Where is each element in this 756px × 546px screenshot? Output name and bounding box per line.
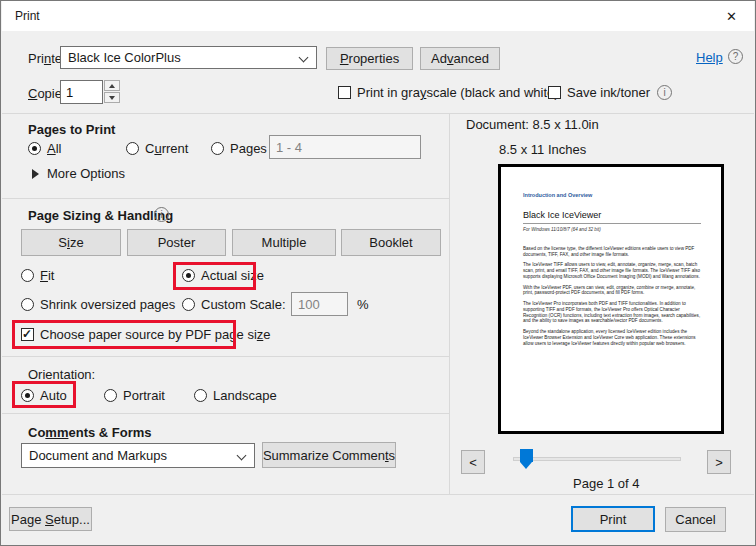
radio-shrink[interactable]	[21, 298, 34, 311]
radio-auto-label: Auto	[40, 388, 67, 403]
paper-size-label: 8.5 x 11 Inches	[499, 142, 586, 157]
radio-all-label: All	[47, 141, 61, 156]
doc-paragraph: The IceViewer Pro incorporates both PDF …	[523, 301, 701, 324]
radio-landscape[interactable]	[194, 389, 207, 402]
custom-scale-input[interactable]: 100	[291, 292, 348, 316]
paper-source-checkbox[interactable]	[21, 328, 34, 341]
grayscale-label: Print in grayscale (black and white)	[357, 85, 559, 100]
more-options-toggle[interactable]: More Options	[47, 166, 125, 181]
page-indicator: Page 1 of 4	[573, 476, 640, 491]
orientation-header: Orientation:	[28, 367, 95, 382]
page-sizing-header: Page Sizing & Handling	[28, 208, 173, 223]
arrow-up-icon	[109, 84, 115, 88]
size-button[interactable]: Size	[21, 229, 121, 256]
doc-paragraph: The IceViewer TIFF allows users to view,…	[523, 262, 701, 279]
section-divider	[2, 198, 449, 199]
radio-portrait-label: Portrait	[123, 388, 165, 403]
stepper-up-button[interactable]	[104, 80, 120, 91]
comments-forms-value: Document and Markups	[29, 448, 167, 463]
radio-fit-label: Fit	[40, 268, 54, 283]
next-page-button[interactable]: >	[707, 450, 731, 474]
doc-paragraph: With the IceViewer PDF, users can view, …	[523, 285, 701, 296]
radio-pages[interactable]	[211, 142, 224, 155]
info-icon[interactable]: i	[657, 85, 672, 100]
footer-divider	[2, 494, 754, 495]
booklet-button[interactable]: Booklet	[341, 229, 441, 256]
doc-title: Black Ice IceViewer	[523, 210, 701, 220]
save-ink-checkbox[interactable]	[548, 86, 561, 99]
doc-paragraph: Based on the license type, the different…	[523, 246, 701, 257]
panel-divider	[449, 113, 450, 494]
help-icon[interactable]: ?	[728, 49, 743, 64]
preview-page: Introduction and Overview Black Ice IceV…	[498, 164, 724, 434]
radio-custom-scale-label: Custom Scale:	[201, 297, 286, 312]
pages-to-print-header: Pages to Print	[28, 122, 115, 137]
dialog-title: Print	[15, 9, 40, 23]
cancel-button[interactable]: Cancel	[665, 507, 726, 532]
comments-forms-select[interactable]: Document and Markups	[21, 443, 255, 468]
print-button[interactable]: Print	[571, 506, 655, 532]
radio-pages-label: Pages	[230, 141, 267, 156]
copies-input[interactable]: 1	[60, 80, 103, 104]
radio-actual-size[interactable]	[182, 269, 195, 282]
radio-custom-scale[interactable]	[182, 298, 195, 311]
close-icon[interactable]: ✕	[709, 1, 754, 31]
poster-button[interactable]: Poster	[127, 229, 226, 256]
radio-landscape-label: Landscape	[213, 388, 277, 403]
doc-subtitle: For Windows 11/10/8/7 (64 and 32 bit)	[523, 227, 701, 232]
title-bar: Print ✕	[2, 1, 754, 31]
printer-select[interactable]: Black Ice ColorPlus	[60, 46, 317, 69]
preview-document: Introduction and Overview Black Ice IceV…	[523, 192, 701, 351]
page-slider-handle[interactable]	[520, 449, 533, 462]
doc-heading: Introduction and Overview	[523, 192, 701, 198]
section-divider	[2, 413, 449, 414]
save-ink-label: Save ink/toner	[567, 85, 650, 100]
previous-page-button[interactable]: <	[461, 450, 485, 474]
percent-label: %	[357, 297, 369, 312]
printer-select-value: Black Ice ColorPlus	[68, 50, 181, 65]
comments-forms-header: Comments & Forms	[28, 425, 152, 440]
arrow-down-icon	[109, 96, 115, 100]
help-link[interactable]: Help	[696, 50, 723, 65]
radio-current[interactable]	[126, 142, 139, 155]
section-divider	[2, 113, 754, 114]
radio-auto[interactable]	[21, 389, 34, 402]
document-size-label: Document: 8.5 x 11.0in	[466, 117, 599, 132]
stepper-down-button[interactable]	[104, 92, 120, 103]
radio-current-label: Current	[145, 141, 188, 156]
page-setup-button[interactable]: Page Setup...	[9, 507, 92, 531]
page-slider-track[interactable]	[513, 457, 681, 461]
chevron-down-icon	[299, 53, 309, 63]
advanced-button[interactable]: Advanced	[420, 47, 500, 70]
radio-all[interactable]	[28, 142, 41, 155]
chevron-down-icon	[237, 451, 247, 461]
doc-rule	[523, 223, 701, 224]
radio-fit[interactable]	[21, 269, 34, 282]
properties-button[interactable]: Properties	[326, 47, 413, 70]
doc-paragraph: Beyond the standalone application, every…	[523, 329, 701, 346]
info-icon[interactable]: i	[154, 207, 169, 222]
section-divider	[2, 356, 449, 357]
multiple-button[interactable]: Multiple	[232, 229, 336, 256]
copies-stepper	[104, 80, 120, 104]
summarize-comments-button[interactable]: Summarize Comments	[262, 442, 396, 468]
grayscale-checkbox[interactable]	[338, 86, 351, 99]
expand-triangle-icon	[32, 169, 39, 179]
page-range-input[interactable]: 1 - 4	[269, 135, 421, 159]
radio-portrait[interactable]	[104, 389, 117, 402]
radio-shrink-label: Shrink oversized pages	[40, 297, 175, 312]
radio-actual-size-label: Actual size	[201, 268, 264, 283]
print-dialog: Print ✕ Printer: Black Ice ColorPlus Pro…	[0, 0, 756, 546]
paper-source-label: Choose paper source by PDF page size	[40, 327, 271, 342]
